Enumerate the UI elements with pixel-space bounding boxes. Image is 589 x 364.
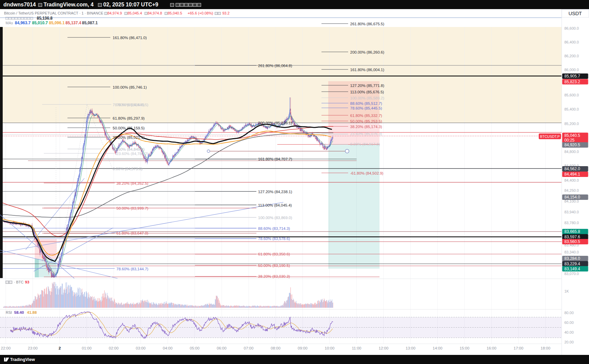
svg-text:93: 93	[25, 280, 29, 284]
svg-text:0.00% (84,573.0): 0.00% (84,573.0)	[113, 167, 142, 171]
svg-text:161.80% (86,471.0): 161.80% (86,471.0)	[113, 36, 147, 40]
svg-text:78.60% (83,144.7): 78.60% (83,144.7)	[116, 267, 148, 271]
svg-text:85,045.4: 85,045.4	[128, 11, 142, 15]
svg-text:84,494.1: 84,494.1	[564, 172, 580, 177]
svg-text:85,600.0: 85,600.0	[564, 93, 579, 97]
svg-text:20.00: 20.00	[564, 340, 574, 344]
svg-text:00:25: 00:25	[564, 138, 574, 143]
svg-text:38.20% (83,030.3): 38.20% (83,030.3)	[258, 274, 290, 278]
svg-text:50.00% (83,190.5): 50.00% (83,190.5)	[258, 264, 290, 268]
svg-text:BTCUSDT.P: BTCUSDT.P	[540, 134, 560, 139]
svg-text:85,823.2: 85,823.2	[564, 80, 580, 84]
svg-text:2: 2	[59, 346, 61, 350]
svg-text:83,780.0: 83,780.0	[564, 221, 579, 225]
svg-text:12:00: 12:00	[379, 346, 389, 350]
svg-text:60.00: 60.00	[564, 321, 574, 325]
svg-text:86,200.0: 86,200.0	[564, 54, 579, 58]
svg-text:113.00% (85,676.5): 113.00% (85,676.5)	[350, 90, 384, 94]
svg-text:15:00: 15:00	[460, 346, 470, 350]
svg-text:+65.6 (+0.08%): +65.6 (+0.08%)	[188, 11, 213, 15]
svg-text:50.00% (83,999.7): 50.00% (83,999.7)	[116, 206, 148, 210]
svg-text:85,087.1: 85,087.1	[82, 21, 98, 25]
svg-text:11:00: 11:00	[352, 346, 361, 350]
svg-text:09:00: 09:00	[298, 346, 308, 350]
svg-text:23.60% (84,786.2): 23.60% (84,786.2)	[116, 152, 148, 156]
svg-text:161.80% (86,004.1): 161.80% (86,004.1)	[350, 68, 384, 72]
svg-text:127.20% (85,771.8): 127.20% (85,771.8)	[350, 84, 384, 88]
svg-text:88.60% (85,512.7): 88.60% (85,512.7)	[350, 101, 382, 105]
svg-text:85,040.5: 85,040.5	[168, 11, 182, 15]
svg-text:84,154.0: 84,154.0	[564, 195, 580, 200]
svg-text:78.60% (85,445.5): 78.60% (85,445.5)	[116, 103, 148, 107]
svg-text:Bitcoin / TetherUS PERPETUAL C: Bitcoin / TetherUS PERPETUAL CONTRACT · …	[4, 11, 103, 15]
svg-text:83,597.6: 83,597.6	[564, 235, 580, 239]
svg-text:RSI: RSI	[6, 310, 12, 314]
svg-text:TradingView: TradingView	[10, 357, 35, 362]
svg-text:06:00: 06:00	[217, 346, 227, 350]
svg-text:02, 2025 10:07 UTC+9: 02, 2025 10:07 UTC+9	[103, 2, 158, 7]
svg-text:TradingView.com, 4: TradingView.com, 4	[44, 2, 94, 7]
svg-text:03:00: 03:00	[136, 346, 146, 350]
svg-text:58.40: 58.40	[14, 310, 24, 314]
svg-text:83,284.0: 83,284.0	[564, 256, 580, 261]
svg-text:261.80% (86,064.8): 261.80% (86,064.8)	[258, 64, 292, 68]
svg-text:100.00% (83,869.0): 100.00% (83,869.0)	[258, 216, 292, 220]
svg-text:113.00% (84,045.4): 113.00% (84,045.4)	[258, 203, 292, 207]
svg-text:02:00: 02:00	[109, 346, 119, 350]
svg-text:50.00% (85,159.5): 50.00% (85,159.5)	[113, 126, 145, 130]
svg-text:78.60% (85,445.5): 78.60% (85,445.5)	[350, 106, 382, 110]
svg-text:88.60% (83,714.3): 88.60% (83,714.3)	[258, 226, 290, 231]
svg-text:18:00: 18:00	[541, 346, 551, 350]
svg-text:17:00: 17:00	[514, 346, 524, 350]
svg-text:61.80% (85,297.9): 61.80% (85,297.9)	[113, 116, 145, 120]
svg-text:83,229.4: 83,229.4	[564, 262, 580, 266]
svg-text:16:00: 16:00	[487, 346, 497, 350]
svg-text:84,963.7: 84,963.7	[15, 21, 31, 25]
svg-text:-61.80% (84,502.9): -61.80% (84,502.9)	[350, 171, 384, 175]
svg-text:83,070.0: 83,070.0	[564, 272, 579, 276]
svg-text:200.00% (86,260.6): 200.00% (86,260.6)	[350, 50, 384, 54]
svg-text:84,250.0: 84,250.0	[564, 188, 579, 192]
svg-text:40.00: 40.00	[564, 330, 574, 334]
svg-text:200.00% (85,226.1): 200.00% (85,226.1)	[258, 121, 292, 125]
svg-text:38.20% (85,021.1): 38.20% (85,021.1)	[113, 135, 145, 140]
svg-text:08:00: 08:00	[271, 346, 281, 350]
svg-text:85,136.8: 85,136.8	[37, 16, 53, 21]
svg-text:85,137.4: 85,137.4	[65, 21, 81, 25]
svg-text:85,400.0: 85,400.0	[564, 107, 579, 111]
svg-text:07:00: 07:00	[244, 346, 254, 350]
svg-text:61.80% (83,647.0): 61.80% (83,647.0)	[116, 231, 148, 235]
svg-text:23:00: 23:00	[28, 346, 38, 350]
svg-text:93.2: 93.2	[222, 11, 229, 15]
svg-text:83,149.4: 83,149.4	[564, 267, 580, 271]
svg-text:84,562.0: 84,562.0	[564, 166, 580, 171]
svg-text:38.20% (84,352.5): 38.20% (84,352.5)	[116, 181, 148, 185]
svg-text:· BTC: · BTC	[14, 280, 24, 284]
svg-text:85,040.5: 85,040.5	[564, 133, 580, 138]
svg-text:85,200.0: 85,200.0	[564, 122, 579, 126]
svg-text:USDT: USDT	[568, 11, 582, 16]
svg-text:14:00: 14:00	[433, 346, 443, 350]
svg-text:78.60% (83,578.6): 78.60% (83,578.6)	[258, 237, 290, 241]
svg-text:84,800.0: 84,800.0	[564, 150, 579, 154]
svg-text:84,974.9: 84,974.9	[108, 11, 122, 15]
svg-text:83,665.8: 83,665.8	[564, 229, 580, 234]
svg-text:05:00: 05:00	[190, 346, 200, 350]
svg-text:100.00% (85,746.1): 100.00% (85,746.1)	[113, 85, 147, 89]
svg-text:0.00% (84,917.8): 0.00% (84,917.8)	[350, 142, 380, 146]
svg-text:84,920.5: 84,920.5	[564, 143, 580, 147]
svg-text:84,400.0: 84,400.0	[564, 178, 579, 182]
svg-text:127.20% (84,238.1): 127.20% (84,238.1)	[258, 190, 292, 194]
svg-text:86,600.0: 86,600.0	[564, 26, 579, 30]
svg-text:261.80% (86,675.5): 261.80% (86,675.5)	[350, 22, 384, 26]
svg-text:61.80% (83,350.6): 61.80% (83,350.6)	[258, 252, 290, 256]
svg-text:83,340.0: 83,340.0	[564, 250, 579, 254]
svg-text:01:00: 01:00	[82, 346, 92, 350]
svg-text:MAs: MAs	[6, 21, 13, 25]
svg-text:161.80% (84,707.7): 161.80% (84,707.7)	[258, 157, 292, 161]
svg-text:04:00: 04:00	[163, 346, 173, 350]
svg-text:61.80% (85,332.7): 61.80% (85,332.7)	[350, 114, 382, 118]
svg-text:13:00: 13:00	[406, 346, 416, 350]
svg-text:86,400.0: 86,400.0	[564, 40, 579, 44]
svg-text:dndwns7014: dndwns7014	[3, 2, 36, 7]
